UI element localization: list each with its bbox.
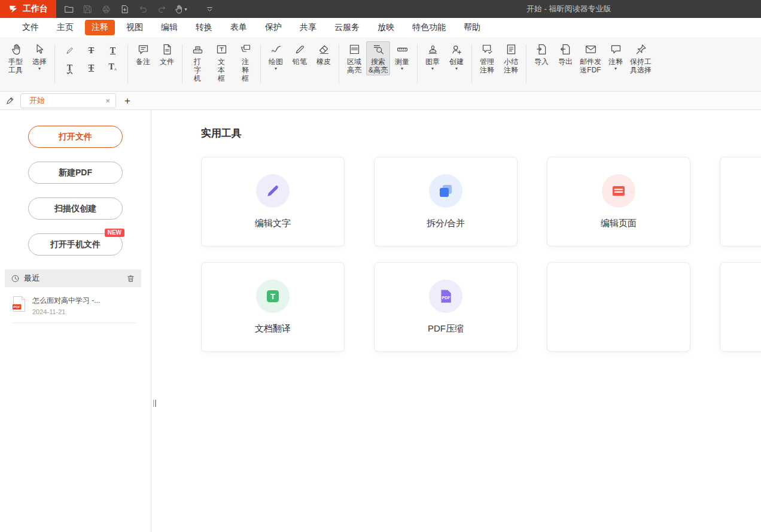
squiggly-underline-button[interactable]: T [62, 60, 78, 75]
sidebar-resize-handle[interactable] [151, 399, 157, 408]
ribbon-button-label: 小结 注释 [504, 57, 518, 74]
eraser-button[interactable]: 橡皮 [312, 41, 336, 67]
foxit-logo-icon [8, 5, 19, 14]
ribbon-button-label: 选择 [32, 57, 47, 66]
ribbon-button-label: 打 字 机 [194, 57, 201, 83]
tool-card[interactable]: WPDF转Word [720, 157, 761, 247]
stamp-button[interactable]: 图章▾ [421, 41, 445, 72]
measure-button[interactable]: 测量▾ [390, 41, 414, 72]
open-file-button[interactable]: 打开文件 [28, 126, 123, 148]
clear-recent-button[interactable] [126, 274, 135, 283]
doc-translate-icon: T [256, 279, 290, 313]
app-window: 工作台 ▾ 开始 - 福昕阅读器专业版 文件主页注释视图编辑转换表单保护共享云服… [0, 0, 761, 532]
menu-share[interactable]: 共享 [293, 20, 323, 35]
strikeout-text-button[interactable]: T [83, 43, 99, 58]
export-comments-button[interactable]: 导出 [553, 41, 577, 67]
ribbon-button-label: 注释 [608, 57, 623, 66]
tool-card[interactable]: 拆分/合并 [374, 157, 518, 247]
underline-text-button[interactable]: T [105, 43, 121, 58]
import-comments-button[interactable]: 导入 [529, 41, 553, 67]
action-button-label: 新建PDF [59, 168, 92, 178]
highlight-text-button[interactable] [62, 43, 78, 58]
chevron-down-icon: ▾ [38, 66, 41, 71]
chevron-down-icon: ▾ [614, 66, 617, 71]
new-tab-button[interactable]: + [124, 96, 130, 106]
pdf-compress-icon: PDF [429, 279, 462, 313]
ribbon-group: 备注文件 [130, 37, 180, 91]
create-pdf-icon[interactable] [115, 0, 134, 18]
summarize-comments-button[interactable]: 小结 注释 [499, 41, 523, 75]
callout-button[interactable]: 注 释 框 [233, 41, 257, 84]
tool-card[interactable]: 编辑文字 [201, 157, 345, 247]
tool-card[interactable]: 编辑页面 [547, 157, 690, 247]
ribbon-group: 管理 注释小结 注释 [474, 37, 524, 91]
titlebar: 工作台 ▾ 开始 - 福昕阅读器专业版 [0, 0, 761, 18]
create-stamp-button[interactable]: 创建▾ [445, 41, 468, 72]
menu-comment[interactable]: 注释 [85, 20, 115, 35]
recent-header: 最近 [5, 269, 141, 287]
typewriter-button[interactable]: 打 字 机 [185, 41, 209, 84]
ribbon-group: 打 字 机文 本 框注 释 框 [184, 37, 258, 91]
ribbon-group: 手型 工具选择▾ [2, 37, 53, 91]
search-highlight-button[interactable]: 搜索 &高亮 [366, 41, 390, 75]
close-icon[interactable]: × [105, 96, 110, 105]
print-icon [97, 0, 115, 18]
menu-edit[interactable]: 编辑 [154, 20, 184, 35]
manage-comments-button[interactable]: 管理 注释 [475, 41, 499, 75]
workspace-button[interactable]: 工作台 [0, 0, 56, 18]
pencil-button[interactable]: 铅笔 [288, 41, 312, 67]
stamp-icon [427, 43, 439, 56]
new-badge: NEW [105, 229, 124, 237]
action-button-label: 打开手机文件 [50, 239, 101, 250]
create-icon [450, 43, 463, 56]
insert-text-button[interactable]: T^ [105, 60, 121, 75]
open-mobile-file-button[interactable]: 打开手机文件NEW [28, 233, 123, 256]
menu-convert[interactable]: 转换 [189, 20, 219, 35]
scanner-create-button[interactable]: 扫描仪创建 [28, 197, 123, 220]
new-pdf-button[interactable]: 新建PDF [28, 162, 123, 184]
tool-card[interactable]: T文档翻译 [201, 262, 345, 352]
email-fdf-button[interactable]: 邮件发 送FDF [577, 41, 604, 75]
open-file-icon[interactable] [60, 0, 78, 18]
replace-text-button[interactable]: T [83, 60, 99, 75]
note-button[interactable]: 备注 [131, 41, 155, 67]
tool-card-partial[interactable] [720, 262, 761, 352]
recent-file-title: 怎么面对高中学习 -... [32, 296, 100, 306]
menu-view[interactable]: 视图 [120, 20, 150, 35]
recent-file-date: 2024-11-21 [32, 308, 100, 315]
tool-card-partial[interactable] [547, 262, 690, 352]
menu-present[interactable]: 放映 [371, 20, 401, 35]
textbox-button[interactable]: 文 本 框 [209, 41, 233, 84]
menu-form[interactable]: 表单 [224, 20, 254, 35]
ribbon-button-label: 保持工 具选择 [630, 57, 652, 74]
ribbon-button-label: 管理 注释 [480, 57, 494, 74]
text-markup-group: TTTTT^ [57, 43, 126, 75]
drawing-button[interactable]: 绘图▾ [264, 41, 288, 72]
menu-file[interactable]: 文件 [16, 20, 45, 35]
menu-home[interactable]: 主页 [50, 20, 80, 35]
mail-icon [585, 43, 597, 56]
tabbar: 开始× + [0, 92, 761, 110]
tool-card-label: 编辑文字 [255, 218, 291, 229]
menubar: 文件主页注释视图编辑转换表单保护共享云服务放映特色功能帮助 [0, 18, 761, 37]
start-page-icon[interactable] [2, 93, 18, 108]
hand-gesture-icon[interactable]: ▾ [171, 0, 190, 18]
attach-file-button[interactable]: 文件 [155, 41, 179, 67]
hand-tool-button[interactable]: 手型 工具 [4, 41, 28, 75]
tool-card-label: 拆分/合并 [427, 218, 465, 229]
menu-protect[interactable]: 保护 [258, 20, 288, 35]
recent-file-item[interactable]: PDF怎么面对高中学习 -...2024-11-21 [0, 287, 151, 323]
ribbon-button-label: 备注 [136, 57, 150, 66]
chevron-down-icon: ▾ [275, 66, 277, 71]
menu-help[interactable]: 帮助 [457, 20, 487, 35]
menu-features[interactable]: 特色功能 [406, 20, 452, 35]
divider [12, 323, 136, 323]
menu-cloud[interactable]: 云服务 [328, 20, 366, 35]
document-tab[interactable]: 开始× [20, 93, 116, 108]
tool-card[interactable]: PDFPDF压缩 [374, 262, 518, 352]
select-tool-button[interactable]: 选择▾ [28, 41, 51, 72]
collapse-toolbar-icon[interactable] [200, 0, 219, 18]
comments-panel-button[interactable]: 注释▾ [604, 41, 628, 72]
area-highlight-button[interactable]: 区域 高亮 [342, 41, 366, 75]
keep-tool-selected-button[interactable]: 保持工 具选择 [628, 41, 654, 75]
